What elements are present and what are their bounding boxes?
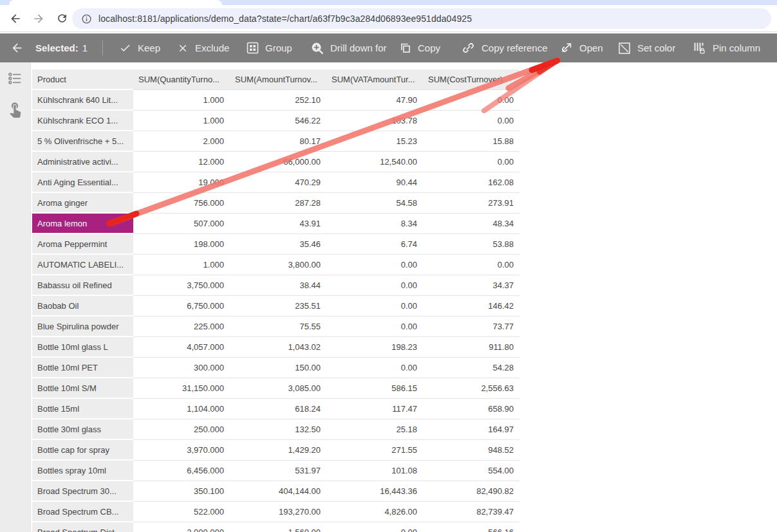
table-row[interactable]: Broad Spectrum CB...522.000193,270.004,8…	[32, 502, 520, 522]
column-header[interactable]: SUM(CostTurnover)	[423, 69, 520, 90]
product-cell[interactable]: Aroma ginger	[32, 193, 133, 214]
value-cell[interactable]: 43.91	[230, 214, 326, 234]
value-cell[interactable]: 0.00	[326, 522, 423, 532]
value-cell[interactable]: 198.23	[326, 337, 423, 358]
copy-reference-button[interactable]: Copy reference	[462, 33, 548, 62]
back-button[interactable]	[5, 8, 26, 29]
table-row[interactable]: Aroma ginger756.000287.2854.58273.91	[32, 193, 520, 214]
group-button[interactable]: Group	[247, 33, 292, 62]
product-cell[interactable]: Bottle 30ml glass	[32, 419, 133, 440]
table-row[interactable]: Blue Spirulina powder225.00075.550.0073.…	[32, 316, 520, 337]
value-cell[interactable]: 4,826.00	[326, 502, 423, 522]
table-row[interactable]: Kühlschrank 640 Lit...1.000252.1047.900.…	[32, 90, 520, 111]
table-row[interactable]: Broad Spectrum 30...350.100404,144.0016,…	[32, 481, 520, 502]
list-icon[interactable]	[8, 71, 23, 89]
value-cell[interactable]: 82,739.47	[423, 502, 520, 522]
value-cell[interactable]: 25.18	[326, 419, 423, 440]
value-cell[interactable]: 225.000	[133, 316, 230, 337]
keep-button[interactable]: Keep	[119, 33, 160, 62]
value-cell[interactable]: 19.000	[133, 172, 230, 193]
value-cell[interactable]: 15.23	[326, 131, 423, 152]
value-cell[interactable]: 193,270.00	[230, 502, 326, 522]
pin-column-button[interactable]: Pin column	[693, 33, 760, 62]
value-cell[interactable]: 6.74	[326, 234, 423, 255]
value-cell[interactable]: 287.28	[230, 193, 326, 214]
value-cell[interactable]: 1.000	[133, 111, 230, 131]
value-cell[interactable]: 1,043.02	[230, 337, 326, 358]
value-cell[interactable]: 0.00	[326, 255, 423, 275]
value-cell[interactable]: 15.88	[423, 131, 520, 152]
column-header[interactable]: SUM(AmountTurnov...	[230, 69, 326, 90]
url-text[interactable]: localhost:8181/applications/demo_data?st…	[98, 14, 472, 24]
reload-button[interactable]	[51, 8, 72, 29]
copy-button[interactable]: Copy	[399, 33, 440, 62]
table-row[interactable]: Administrative activi...12.00066,000.001…	[32, 152, 520, 172]
product-cell[interactable]: Kühlschrank ECO 1...	[32, 111, 133, 131]
table-row[interactable]: Kühlschrank ECO 1...1.000546.22103.780.0…	[32, 111, 520, 131]
value-cell[interactable]: 350.100	[133, 481, 230, 502]
value-cell[interactable]: 618.24	[230, 399, 326, 419]
value-cell[interactable]: 16,443.36	[326, 481, 423, 502]
value-cell[interactable]: 252.10	[230, 90, 326, 111]
forward-button[interactable]	[28, 8, 49, 29]
value-cell[interactable]: 911.80	[423, 337, 520, 358]
product-cell[interactable]: Baobab Oil	[32, 296, 133, 316]
value-cell[interactable]: 12,540.00	[326, 152, 423, 172]
value-cell[interactable]: 75.55	[230, 316, 326, 337]
value-cell[interactable]: 0.00	[423, 111, 520, 131]
value-cell[interactable]: 90.44	[326, 172, 423, 193]
value-cell[interactable]: 250.000	[133, 419, 230, 440]
column-header[interactable]: SUM(VATAmountTur...	[326, 69, 423, 90]
value-cell[interactable]: 0.00	[423, 152, 520, 172]
product-cell[interactable]: Broad Spectrum Dist...	[32, 522, 133, 532]
value-cell[interactable]: 38.44	[230, 275, 326, 296]
value-cell[interactable]: 164.97	[423, 419, 520, 440]
value-cell[interactable]: 0.00	[326, 275, 423, 296]
product-cell[interactable]: Kühlschrank 640 Lit...	[32, 90, 133, 111]
table-row[interactable]: Babassu oil Refined3,750.00038.440.0034.…	[32, 275, 520, 296]
product-cell[interactable]: Anti Aging Essential...	[32, 172, 133, 193]
product-cell[interactable]: Bottle cap for spray	[32, 440, 133, 461]
product-cell[interactable]: Bottles spray 10ml	[32, 461, 133, 481]
value-cell[interactable]: 4,057.000	[133, 337, 230, 358]
value-cell[interactable]: 546.22	[230, 111, 326, 131]
url-bar[interactable]: localhost:8181/applications/demo_data?st…	[72, 8, 771, 29]
value-cell[interactable]: 0.00	[423, 90, 520, 111]
value-cell[interactable]: 54.28	[423, 358, 520, 378]
table-row[interactable]: Aroma Peppermint198.00035.466.7453.88	[32, 234, 520, 255]
value-cell[interactable]: 34.37	[423, 275, 520, 296]
value-cell[interactable]: 103.78	[326, 111, 423, 131]
value-cell[interactable]: 554.00	[423, 461, 520, 481]
value-cell[interactable]: 35.46	[230, 234, 326, 255]
table-row[interactable]: Bottle cap for spray3,970.0001,429.20271…	[32, 440, 520, 461]
table-row[interactable]: 5 % Olivenfrische + 5...2.00080.1715.231…	[32, 131, 520, 152]
value-cell[interactable]: 132.50	[230, 419, 326, 440]
table-row[interactable]: Bottle 15ml1,104.000618.24117.47658.90	[32, 399, 520, 419]
value-cell[interactable]: 48.34	[423, 214, 520, 234]
product-cell[interactable]: Administrative activi...	[32, 152, 133, 172]
set-color-button[interactable]: Set color	[618, 33, 675, 62]
table-row[interactable]: Broad Spectrum Dist...2,000.0001,560.000…	[32, 522, 520, 532]
value-cell[interactable]: 73.77	[423, 316, 520, 337]
value-cell[interactable]: 53.88	[423, 234, 520, 255]
product-cell[interactable]: Aroma Peppermint	[32, 234, 133, 255]
product-cell[interactable]: AUTOMATIC LABELI...	[32, 255, 133, 275]
value-cell[interactable]: 3,800.00	[230, 255, 326, 275]
value-cell[interactable]: 3,085.00	[230, 378, 326, 399]
column-header[interactable]: Product	[32, 69, 133, 90]
value-cell[interactable]: 8.34	[326, 214, 423, 234]
value-cell[interactable]: 162.08	[423, 172, 520, 193]
drill-down-button[interactable]: Drill down for	[311, 33, 387, 62]
product-cell[interactable]: Bottle 10ml PET	[32, 358, 133, 378]
column-header[interactable]: SUM(QuantityTurno...	[133, 69, 230, 90]
table-row[interactable]: Aroma lemon507.00043.918.3448.34	[32, 214, 520, 234]
exclude-button[interactable]: Exclude	[177, 33, 229, 62]
product-cell[interactable]: Bottle 15ml	[32, 399, 133, 419]
value-cell[interactable]: 404,144.00	[230, 481, 326, 502]
value-cell[interactable]: 47.90	[326, 90, 423, 111]
value-cell[interactable]: 6,456.000	[133, 461, 230, 481]
value-cell[interactable]: 2,000.000	[133, 522, 230, 532]
value-cell[interactable]: 3,750.000	[133, 275, 230, 296]
select-hand-icon[interactable]	[6, 100, 24, 120]
value-cell[interactable]: 66,000.00	[230, 152, 326, 172]
